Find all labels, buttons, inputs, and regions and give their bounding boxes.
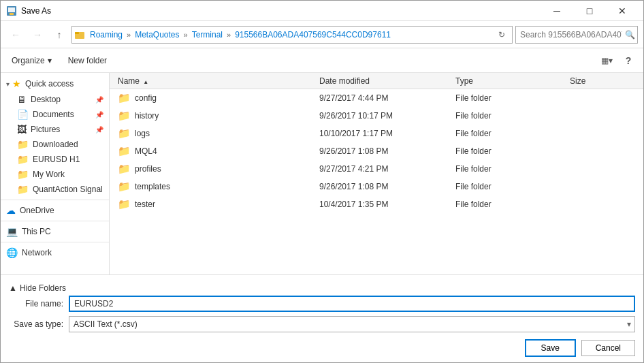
filename-row: File name: <box>9 296 635 312</box>
quick-access-section: ▾ ★ Quick access 🖥 Desktop 📌 📄 Documents… <box>1 76 109 197</box>
quick-access-star-icon: ★ <box>12 78 21 89</box>
view-button[interactable]: ▦ ▾ <box>597 51 616 70</box>
sidebar-item-quantaction-label: QuantAction Signal <box>33 185 103 194</box>
col-header-name[interactable]: Name ▲ <box>115 76 317 86</box>
minimize-button[interactable]: ─ <box>541 1 573 21</box>
file-type: File folder <box>453 200 567 209</box>
new-folder-button[interactable]: New folder <box>63 53 112 68</box>
table-row[interactable]: 📁 config 9/27/2017 4:44 PM File folder <box>110 89 643 107</box>
breadcrumb-folder-id[interactable]: 915566BA06ADA407569C544CC0D97611 <box>232 29 393 41</box>
filename-input[interactable] <box>69 296 635 312</box>
svg-rect-2 <box>10 13 14 15</box>
col-header-type[interactable]: Type <box>453 76 567 86</box>
address-bar[interactable]: Roaming » MetaQuotes » Terminal » 915566… <box>71 26 513 44</box>
table-row[interactable]: 📁 profiles 9/27/2017 4:21 PM File folder <box>110 160 643 178</box>
sidebar-item-thispc[interactable]: 💻 This PC <box>1 224 109 239</box>
title-bar-controls: ─ □ ✕ <box>541 1 638 21</box>
organize-button[interactable]: Organize ▾ <box>6 53 57 68</box>
breadcrumb-terminal[interactable]: Terminal <box>189 29 225 41</box>
savetype-row: Save as type: ASCII Text (*.csv)CSV (*.c… <box>9 316 635 332</box>
folder-nav-icon <box>75 30 84 40</box>
network-section: 🌐 Network <box>1 245 109 260</box>
sidebar-item-documents[interactable]: 📄 Documents 📌 <box>1 107 109 122</box>
search-icon: 🔍 <box>625 30 635 40</box>
breadcrumb-metaquotes[interactable]: MetaQuotes <box>132 29 182 41</box>
sidebar-item-mywork[interactable]: 📁 My Work <box>1 167 109 182</box>
close-button[interactable]: ✕ <box>607 1 638 21</box>
search-box: 🔍 <box>515 26 638 44</box>
quick-access-label: Quick access <box>25 79 74 89</box>
quick-access-header[interactable]: ▾ ★ Quick access <box>1 76 109 92</box>
save-as-dialog: Save As ─ □ ✕ ← → ↑ Roaming » MetaQuotes… <box>0 0 644 363</box>
table-row[interactable]: 📁 templates 9/26/2017 1:08 PM File folde… <box>110 178 643 195</box>
help-button[interactable]: ? <box>619 51 638 70</box>
file-name: config <box>135 93 157 103</box>
forward-button[interactable]: → <box>28 25 47 44</box>
organize-bar: Organize ▾ New folder ▦ ▾ ? <box>1 48 643 73</box>
folder-icon: 📁 <box>118 163 131 175</box>
quantaction-folder-icon: 📁 <box>17 184 29 195</box>
sort-arrow: ▲ <box>143 79 148 85</box>
folder-icon: 📁 <box>118 127 131 140</box>
sidebar-item-onedrive[interactable]: ☁ OneDrive <box>1 203 109 218</box>
sidebar-divider-3 <box>1 242 109 242</box>
breadcrumb-roaming[interactable]: Roaming <box>87 29 125 41</box>
save-button[interactable]: Save <box>525 339 576 357</box>
savetype-label: Save as type: <box>9 319 63 329</box>
table-row[interactable]: 📁 tester 10/4/2017 1:35 PM File folder <box>110 195 643 213</box>
sidebar-item-mywork-label: My Work <box>33 170 65 179</box>
file-name: profiles <box>135 164 161 174</box>
table-row[interactable]: 📁 history 9/26/2017 10:17 PM File folder <box>110 107 643 125</box>
downloaded-folder-icon: 📁 <box>17 139 29 150</box>
sidebar-divider-2 <box>1 221 109 221</box>
file-name: tester <box>135 200 155 209</box>
pictures-icon: 🖼 <box>17 124 27 135</box>
sidebar-item-pictures[interactable]: 🖼 Pictures 📌 <box>1 122 109 137</box>
pin-icon: 📌 <box>95 96 103 104</box>
sidebar-item-desktop-label: Desktop <box>31 95 61 104</box>
back-button[interactable]: ← <box>6 25 25 44</box>
hide-folders-arrow: ▲ <box>9 283 17 293</box>
pin-icon-docs: 📌 <box>95 111 103 119</box>
sidebar-item-eurusd[interactable]: 📁 EURUSD H1 <box>1 152 109 167</box>
file-list-header: Name ▲ Date modified Type Size <box>110 73 643 89</box>
view-arrow: ▾ <box>609 56 613 65</box>
savetype-select-wrapper: ASCII Text (*.csv)CSV (*.csv)All Files (… <box>69 316 635 332</box>
sidebar-item-network[interactable]: 🌐 Network <box>1 245 109 260</box>
action-row: Save Cancel <box>9 336 635 357</box>
sidebar-item-pictures-label: Pictures <box>31 125 60 134</box>
savetype-select[interactable]: ASCII Text (*.csv)CSV (*.csv)All Files (… <box>69 316 635 332</box>
file-type: File folder <box>453 93 567 103</box>
dialog-icon <box>6 5 17 16</box>
file-type: File folder <box>453 111 567 121</box>
maximize-button[interactable]: □ <box>574 1 605 21</box>
sidebar-item-quantaction[interactable]: 📁 QuantAction Signal <box>1 182 109 197</box>
file-type: File folder <box>453 129 567 138</box>
thispc-icon: 💻 <box>6 226 18 237</box>
table-row[interactable]: 📁 logs 10/10/2017 1:17 PM File folder <box>110 125 643 142</box>
sidebar: ▾ ★ Quick access 🖥 Desktop 📌 📄 Documents… <box>1 73 110 274</box>
col-header-date[interactable]: Date modified <box>317 76 453 86</box>
new-folder-label: New folder <box>68 56 107 65</box>
cancel-button[interactable]: Cancel <box>581 340 635 356</box>
up-button[interactable]: ↑ <box>50 25 69 44</box>
toolbar: ← → ↑ Roaming » MetaQuotes » Terminal » … <box>1 21 643 48</box>
sidebar-item-downloaded[interactable]: 📁 Downloaded <box>1 137 109 152</box>
mywork-folder-icon: 📁 <box>17 169 29 180</box>
sidebar-item-onedrive-label: OneDrive <box>20 206 54 215</box>
search-input[interactable] <box>520 30 622 40</box>
eurusd-folder-icon: 📁 <box>17 154 29 165</box>
pin-icon-pics: 📌 <box>95 126 103 133</box>
file-name: MQL4 <box>135 146 157 156</box>
table-row[interactable]: 📁 MQL4 9/26/2017 1:08 PM File folder <box>110 142 643 160</box>
sidebar-item-thispc-label: This PC <box>22 227 51 236</box>
sidebar-item-desktop[interactable]: 🖥 Desktop 📌 <box>1 92 109 107</box>
col-header-size[interactable]: Size <box>567 76 638 86</box>
hide-folders-button[interactable]: ▲ Hide Folders <box>9 283 66 293</box>
refresh-button[interactable]: ↻ <box>494 27 509 42</box>
filename-label: File name: <box>9 299 63 309</box>
file-name: history <box>135 111 159 121</box>
folder-icon: 📁 <box>118 92 131 104</box>
onedrive-icon: ☁ <box>6 205 16 216</box>
file-name: logs <box>135 129 150 138</box>
